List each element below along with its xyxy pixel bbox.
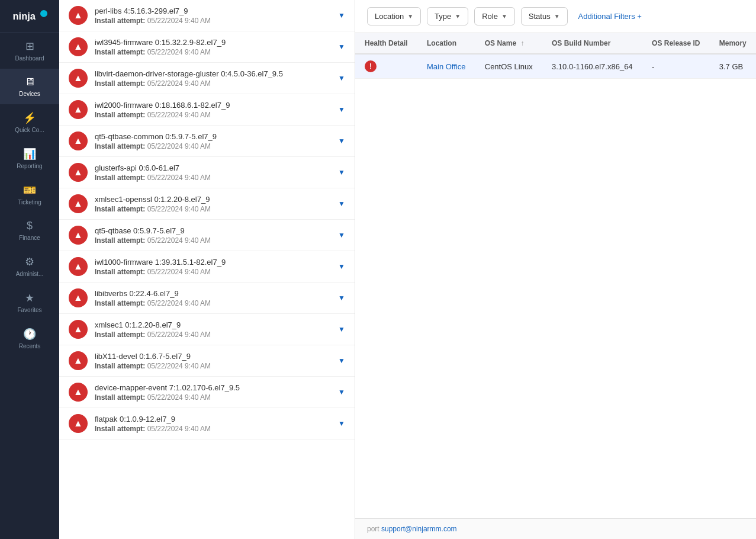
list-item[interactable]: ▲ device-mapper-event 7:1.02.170-6.el7_9… — [59, 377, 355, 408]
location-filter-label: Location — [375, 12, 404, 21]
item-date: Install attempt: 05/22/2024 9:40 AM — [95, 174, 331, 182]
sidebar-item-ticketing[interactable]: 🎫 Ticketing — [0, 177, 59, 213]
sidebar-item-label: Favorites — [17, 307, 41, 313]
sidebar-item-label: Administ... — [16, 271, 44, 277]
list-item[interactable]: ▲ xmlsec1 0:1.2.20-8.el7_9 Install attem… — [59, 314, 355, 345]
type-filter-button[interactable]: Type ▼ — [427, 7, 468, 25]
location-link[interactable]: Main Office — [427, 62, 466, 71]
item-date: Install attempt: 05/22/2024 9:40 AM — [95, 362, 331, 370]
item-content: xmlsec1-openssl 0:1.2.20-8.el7_9 Install… — [95, 195, 331, 213]
item-name: xmlsec1 0:1.2.20-8.el7_9 — [95, 320, 331, 329]
col-os-name[interactable]: OS Name ↑ — [475, 33, 542, 54]
list-item[interactable]: ▲ libX11-devel 0:1.6.7-5.el7_9 Install a… — [59, 345, 355, 377]
table-row[interactable]: ! Main Office CentOS Linux 3.10.0-1160.e… — [355, 54, 756, 79]
item-date: Install attempt: 05/22/2024 9:40 AM — [95, 425, 331, 433]
item-content: libvirt-daemon-driver-storage-gluster 0:… — [95, 69, 331, 88]
chevron-down-icon[interactable]: ▼ — [338, 11, 345, 20]
item-date: Install attempt: 05/22/2024 9:40 AM — [95, 48, 331, 56]
chevron-down-icon[interactable]: ▼ — [338, 200, 345, 208]
list-item[interactable]: ▲ perl-libs 4:5.16.3-299.el7_9 Install a… — [59, 0, 355, 31]
finance-icon: $ — [27, 220, 33, 232]
item-date: Install attempt: 05/22/2024 9:40 AM — [95, 205, 331, 213]
sidebar-item-devices[interactable]: 🖥 Devices — [0, 69, 59, 104]
col-health: Health Detail — [355, 33, 417, 54]
up-arrow-icon: ▲ — [69, 37, 88, 56]
item-content: glusterfs-api 0:6.0-61.el7 Install attem… — [95, 163, 331, 182]
chevron-down-icon[interactable]: ▼ — [338, 262, 345, 271]
sidebar-item-label: Ticketing — [18, 199, 41, 206]
status-filter-button[interactable]: Status ▼ — [521, 7, 568, 25]
chevron-down-icon[interactable]: ▼ — [338, 168, 345, 177]
sidebar-item-finance[interactable]: $ Finance — [0, 213, 59, 248]
sidebar-item-dashboard[interactable]: ⊞ Dashboard — [0, 33, 59, 69]
item-content: device-mapper-event 7:1.02.170-6.el7_9.5… — [95, 383, 331, 402]
list-item[interactable]: ▲ iwl3945-firmware 0:15.32.2.9-82.el7_9 … — [59, 31, 355, 63]
type-filter-label: Type — [435, 12, 451, 21]
chevron-down-icon[interactable]: ▼ — [338, 325, 345, 333]
up-arrow-icon: ▲ — [69, 131, 88, 150]
item-name: iwl1000-firmware 1:39.31.5.1-82.el7_9 — [95, 258, 331, 267]
item-name: qt5-qtbase-common 0:5.9.7-5.el7_9 — [95, 132, 331, 141]
sidebar-item-label: Quick Co... — [15, 127, 44, 133]
item-name: libvirt-daemon-driver-storage-gluster 0:… — [95, 69, 331, 78]
chevron-down-icon[interactable]: ▼ — [338, 137, 345, 145]
recents-icon: 🕐 — [23, 328, 36, 341]
item-name: libX11-devel 0:1.6.7-5.el7_9 — [95, 352, 331, 361]
chevron-down-icon[interactable]: ▼ — [338, 231, 345, 239]
item-name: libibverbs 0:22.4-6.el7_9 — [95, 289, 331, 298]
sidebar-item-administration[interactable]: ⚙ Administ... — [0, 248, 59, 284]
svg-point-1 — [40, 10, 47, 17]
sidebar-item-label: Recents — [19, 343, 41, 349]
cell-os-build: 3.10.0-1160.el7.x86_64 — [542, 54, 642, 79]
sidebar-item-label: Devices — [19, 91, 40, 97]
sidebar-item-reporting[interactable]: 📊 Reporting — [0, 140, 59, 177]
ticketing-icon: 🎫 — [23, 184, 36, 197]
chevron-down-icon[interactable]: ▼ — [338, 105, 345, 114]
footer: port support@ninjarmm.com — [355, 518, 756, 539]
dashboard-icon: ⊞ — [25, 40, 34, 53]
cell-os-name: CentOS Linux — [475, 54, 542, 79]
list-item[interactable]: ▲ qt5-qtbase-common 0:5.9.7-5.el7_9 Inst… — [59, 126, 355, 157]
chevron-down-icon[interactable]: ▼ — [338, 294, 345, 302]
footer-support-text: port — [367, 525, 381, 533]
chevron-down-icon[interactable]: ▼ — [338, 357, 345, 365]
item-content: libX11-devel 0:1.6.7-5.el7_9 Install att… — [95, 352, 331, 370]
role-filter-button[interactable]: Role ▼ — [474, 7, 515, 25]
item-content: libibverbs 0:22.4-6.el7_9 Install attemp… — [95, 289, 331, 307]
list-item[interactable]: ▲ glusterfs-api 0:6.0-61.el7 Install att… — [59, 157, 355, 188]
table-header-row: Health Detail Location OS Name ↑ OS Buil… — [355, 33, 756, 54]
sidebar-item-recents[interactable]: 🕐 Recents — [0, 320, 59, 357]
item-date: Install attempt: 05/22/2024 9:40 AM — [95, 17, 331, 25]
up-arrow-icon: ▲ — [69, 320, 88, 339]
item-name: perl-libs 4:5.16.3-299.el7_9 — [95, 7, 331, 15]
chevron-down-icon[interactable]: ▼ — [338, 74, 345, 82]
col-location: Location — [417, 33, 475, 54]
location-filter-chevron: ▼ — [407, 13, 413, 20]
item-date: Install attempt: 05/22/2024 9:40 AM — [95, 268, 331, 276]
chevron-down-icon[interactable]: ▼ — [338, 419, 345, 428]
item-content: flatpak 0:1.0.9-12.el7_9 Install attempt… — [95, 415, 331, 433]
list-item[interactable]: ▲ iwl2000-firmware 0:18.168.6.1-82.el7_9… — [59, 94, 355, 126]
admin-icon: ⚙ — [25, 255, 34, 268]
list-item[interactable]: ▲ iwl1000-firmware 1:39.31.5.1-82.el7_9 … — [59, 251, 355, 283]
table-container: Health Detail Location OS Name ↑ OS Buil… — [355, 33, 756, 518]
role-filter-chevron: ▼ — [501, 13, 507, 20]
additional-filters-link[interactable]: Additional Filters + — [578, 12, 642, 21]
list-item[interactable]: ▲ libvirt-daemon-driver-storage-gluster … — [59, 63, 355, 94]
chevron-down-icon[interactable]: ▼ — [338, 43, 345, 51]
sidebar-item-quickconnect[interactable]: ⚡ Quick Co... — [0, 104, 59, 140]
list-item[interactable]: ▲ qt5-qtbase 0:5.9.7-5.el7_9 Install att… — [59, 220, 355, 251]
item-content: qt5-qtbase-common 0:5.9.7-5.el7_9 Instal… — [95, 132, 331, 150]
footer-support-email[interactable]: support@ninjarmm.com — [381, 525, 457, 533]
sidebar-item-favorites[interactable]: ★ Favorites — [0, 284, 59, 320]
health-error-icon: ! — [365, 60, 377, 72]
list-item[interactable]: ▲ xmlsec1-openssl 0:1.2.20-8.el7_9 Insta… — [59, 188, 355, 220]
list-item[interactable]: ▲ libibverbs 0:22.4-6.el7_9 Install atte… — [59, 283, 355, 314]
main-content: Location ▼ Type ▼ Role ▼ Status ▼ Additi… — [355, 0, 756, 539]
chevron-down-icon[interactable]: ▼ — [338, 388, 345, 396]
list-item[interactable]: ▲ flatpak 0:1.0.9-12.el7_9 Install attem… — [59, 408, 355, 439]
item-name: qt5-qtbase 0:5.9.7-5.el7_9 — [95, 226, 331, 235]
item-date: Install attempt: 05/22/2024 9:40 AM — [95, 236, 331, 245]
sidebar-item-label: Finance — [19, 235, 40, 241]
location-filter-button[interactable]: Location ▼ — [367, 7, 421, 25]
